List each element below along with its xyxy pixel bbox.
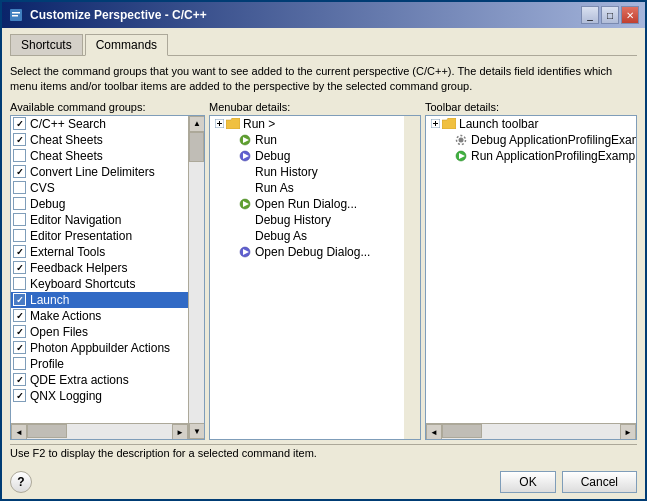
tab-shortcuts[interactable]: Shortcuts — [10, 34, 83, 55]
list-item[interactable]: QNX Logging — [11, 388, 188, 404]
tab-commands[interactable]: Commands — [85, 34, 168, 56]
scroll-h-track[interactable] — [442, 424, 620, 439]
menubar-list-inner: Run > Run — [210, 116, 420, 439]
checkbox[interactable] — [13, 277, 26, 290]
expand-spacer — [224, 245, 238, 259]
checkbox[interactable] — [13, 357, 26, 370]
list-item[interactable]: Profile — [11, 356, 188, 372]
list-item[interactable]: Cheat Sheets — [11, 148, 188, 164]
scroll-track[interactable] — [189, 132, 204, 423]
checkbox[interactable] — [13, 213, 26, 226]
maximize-button[interactable]: □ — [601, 6, 619, 24]
list-item[interactable]: Editor Navigation — [11, 212, 188, 228]
menubar-list[interactable]: Run > Run — [209, 115, 421, 440]
item-label: Debug As — [255, 229, 307, 243]
horizontal-scrollbar[interactable]: ◄ ► — [11, 423, 188, 439]
available-panel-label: Available command groups: — [10, 101, 205, 113]
close-button[interactable]: ✕ — [621, 6, 639, 24]
item-label: Debug History — [255, 213, 331, 227]
tree-item-debug-history[interactable]: Debug History — [210, 212, 404, 228]
checkbox[interactable] — [13, 245, 26, 258]
item-label: External Tools — [30, 245, 105, 259]
spacer-icon — [238, 165, 252, 179]
expand-icon[interactable] — [428, 117, 442, 131]
toolbar-list[interactable]: Launch toolbar Debug Applicat — [425, 115, 637, 440]
checkbox[interactable] — [13, 309, 26, 322]
tree-item-debug-app[interactable]: Debug ApplicationProfilingExam — [426, 132, 620, 148]
toolbar-list-inner: Launch toolbar Debug Applicat — [426, 116, 636, 439]
scroll-left-button[interactable]: ◄ — [11, 424, 27, 440]
checkbox[interactable] — [13, 389, 26, 402]
checkbox[interactable] — [13, 325, 26, 338]
checkbox[interactable] — [13, 117, 26, 130]
list-item[interactable]: Cheat Sheets — [11, 132, 188, 148]
checkbox[interactable] — [13, 149, 26, 162]
checkbox[interactable] — [13, 229, 26, 242]
scroll-down-button[interactable]: ▼ — [189, 423, 205, 439]
checkbox[interactable] — [13, 341, 26, 354]
item-label: Run History — [255, 165, 318, 179]
list-item[interactable]: C/C++ Search — [11, 116, 188, 132]
expand-spacer — [224, 229, 238, 243]
scroll-right-button[interactable]: ► — [172, 424, 188, 440]
spacer-icon — [238, 181, 252, 195]
available-list-inner: C/C++ Search Cheat Sheets Cheat Sheets — [11, 116, 204, 439]
scroll-h-track[interactable] — [27, 424, 172, 439]
list-item[interactable]: Convert Line Delimiters — [11, 164, 188, 180]
checkbox[interactable] — [13, 181, 26, 194]
tree-item-run-as[interactable]: Run As — [210, 180, 404, 196]
checkbox[interactable] — [13, 261, 26, 274]
list-item[interactable]: Debug — [11, 196, 188, 212]
toolbar-panel-label: Toolbar details: — [425, 101, 637, 113]
expand-icon[interactable] — [212, 117, 226, 131]
help-button[interactable]: ? — [10, 471, 32, 493]
panels-area: Available command groups: C/C++ Search C… — [10, 101, 637, 440]
list-item[interactable]: Keyboard Shortcuts — [11, 276, 188, 292]
menubar-vertical-scrollbar[interactable] — [404, 116, 420, 439]
item-label: Open Debug Dialog... — [255, 245, 370, 259]
scroll-thumb[interactable] — [189, 132, 204, 162]
item-label: Debug ApplicationProfilingExam — [471, 133, 636, 147]
scroll-left-button[interactable]: ◄ — [426, 424, 442, 440]
list-item-launch[interactable]: Launch — [11, 292, 188, 308]
checkbox[interactable] — [13, 165, 26, 178]
tree-item-open-run[interactable]: Open Run Dialog... — [210, 196, 404, 212]
checkbox[interactable] — [13, 293, 26, 306]
tree-item-run-history[interactable]: Run History — [210, 164, 404, 180]
tree-item-open-debug[interactable]: Open Debug Dialog... — [210, 244, 404, 260]
list-item[interactable]: Open Files — [11, 324, 188, 340]
list-item[interactable]: External Tools — [11, 244, 188, 260]
ok-button[interactable]: OK — [500, 471, 555, 493]
list-item[interactable]: Feedback Helpers — [11, 260, 188, 276]
item-label: Cheat Sheets — [30, 149, 103, 163]
scroll-right-button[interactable]: ► — [620, 424, 636, 440]
toolbar-h-scrollbar[interactable]: ◄ ► — [426, 423, 636, 439]
checkbox[interactable] — [13, 133, 26, 146]
list-item[interactable]: Make Actions — [11, 308, 188, 324]
item-label: Debug — [255, 149, 290, 163]
gear-icon — [454, 133, 468, 147]
list-item[interactable]: Editor Presentation — [11, 228, 188, 244]
checkbox[interactable] — [13, 197, 26, 210]
item-label: Launch toolbar — [459, 117, 538, 131]
tree-item-run-app[interactable]: Run ApplicationProfilingExamp — [426, 148, 620, 164]
item-label: Debug — [30, 197, 65, 211]
tree-item-run-root[interactable]: Run > — [210, 116, 404, 132]
scroll-h-thumb[interactable] — [27, 424, 67, 438]
list-item[interactable]: QDE Extra actions — [11, 372, 188, 388]
minimize-button[interactable]: _ — [581, 6, 599, 24]
status-bar: Use F2 to display the description for a … — [10, 444, 637, 461]
tree-item-debug[interactable]: Debug — [210, 148, 404, 164]
list-item[interactable]: Photon Appbuilder Actions — [11, 340, 188, 356]
tree-item-run[interactable]: Run — [210, 132, 404, 148]
available-list[interactable]: C/C++ Search Cheat Sheets Cheat Sheets — [10, 115, 205, 440]
scroll-h-thumb[interactable] — [442, 424, 482, 438]
list-item[interactable]: CVS — [11, 180, 188, 196]
tree-item-debug-as[interactable]: Debug As — [210, 228, 404, 244]
tree-item-launch-toolbar[interactable]: Launch toolbar — [426, 116, 620, 132]
cancel-button[interactable]: Cancel — [562, 471, 637, 493]
expand-spacer — [224, 133, 238, 147]
checkbox[interactable] — [13, 373, 26, 386]
vertical-scrollbar[interactable]: ▲ ▼ — [188, 116, 204, 439]
scroll-up-button[interactable]: ▲ — [189, 116, 205, 132]
